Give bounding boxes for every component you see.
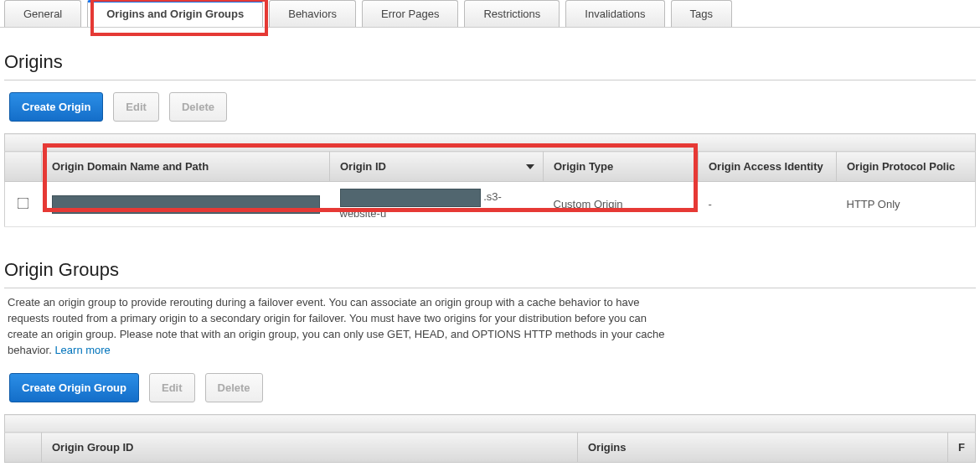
table-row[interactable]: .s3-website-u Custom Origin - HTTP Only — [5, 182, 976, 227]
origins-title: Origins — [4, 36, 976, 80]
col-origin-id[interactable]: Origin ID — [330, 152, 544, 182]
tab-behaviors[interactable]: Behaviors — [269, 0, 356, 27]
col-origin-access-identity[interactable]: Origin Access Identity — [699, 152, 837, 182]
create-origin-button[interactable]: Create Origin — [9, 92, 103, 122]
col-group-id[interactable]: Origin Group ID — [42, 433, 578, 463]
col-origin-protocol-policy[interactable]: Origin Protocol Polic — [837, 152, 976, 182]
col-origin-domain[interactable]: Origin Domain Name and Path — [42, 152, 330, 182]
col-group-last[interactable]: F — [948, 433, 976, 463]
col-origin-id-label: Origin ID — [340, 160, 386, 173]
cell-origin-type: Custom Origin — [544, 182, 699, 227]
edit-origin-group-button[interactable]: Edit — [149, 373, 195, 402]
row-checkbox-cell — [5, 182, 42, 227]
origins-table-wrapper: Origin Domain Name and Path Origin ID Or… — [4, 133, 976, 227]
origin-groups-table: Origin Group ID Origins F — [4, 414, 976, 463]
delete-origin-button[interactable]: Delete — [169, 92, 227, 122]
tab-origins[interactable]: Origins and Origin Groups — [87, 0, 263, 27]
col-checkbox — [5, 433, 42, 463]
tab-invalidations[interactable]: Invalidations — [565, 0, 664, 27]
origins-button-row: Create Origin Edit Delete — [4, 80, 976, 133]
col-checkbox — [5, 152, 42, 182]
tab-restrictions[interactable]: Restrictions — [464, 0, 560, 27]
col-origin-type[interactable]: Origin Type — [544, 152, 699, 182]
origin-groups-title: Origin Groups — [4, 244, 976, 288]
learn-more-link[interactable]: Learn more — [54, 344, 110, 356]
origin-groups-description: Create an origin group to provide rerout… — [4, 288, 674, 361]
table-spacer — [5, 134, 976, 152]
origins-table: Origin Domain Name and Path Origin ID Or… — [4, 133, 976, 227]
table-spacer — [5, 415, 976, 433]
delete-origin-group-button[interactable]: Delete — [205, 373, 263, 402]
cell-origin-domain — [42, 182, 330, 227]
sort-indicator-icon — [526, 164, 534, 169]
tab-tags[interactable]: Tags — [671, 0, 732, 27]
tabs-bar: General Origins and Origin Groups Behavi… — [0, 0, 980, 28]
tab-general[interactable]: General — [4, 0, 81, 27]
row-checkbox[interactable] — [18, 197, 29, 209]
cell-origin-id: .s3-website-u — [330, 182, 544, 227]
edit-origin-button[interactable]: Edit — [113, 92, 159, 122]
cell-origin-access-identity: - — [699, 182, 837, 227]
create-origin-group-button[interactable]: Create Origin Group — [9, 373, 139, 402]
origin-groups-empty-message: You don't have any origin groups. To cre… — [4, 463, 976, 472]
origin-groups-button-row: Create Origin Group Edit Delete — [4, 361, 976, 414]
redacted-domain — [52, 195, 320, 214]
cell-origin-protocol-policy: HTTP Only — [837, 182, 976, 227]
col-group-origins[interactable]: Origins — [578, 433, 948, 463]
origins-section: Origins Create Origin Edit Delete Origin… — [0, 28, 980, 236]
tab-error-pages[interactable]: Error Pages — [362, 0, 458, 27]
redacted-id — [340, 189, 481, 207]
origin-groups-section: Origin Groups Create an origin group to … — [0, 236, 980, 472]
